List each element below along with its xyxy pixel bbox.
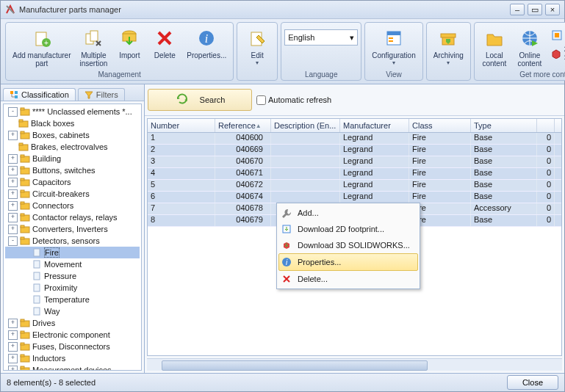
configuration-button[interactable]: Configuration▾ [368,25,419,69]
expand-toggle[interactable]: + [8,131,18,140]
automatic-refresh-checkbox[interactable]: Automatic refresh [256,95,331,105]
column-header[interactable]: Manufacturer [340,119,409,132]
ribbon-group-management: +Add manufacturer part Multiple insertio… [5,22,234,81]
edit-dropdown-button[interactable]: Edit▾ [240,25,274,69]
horizontal-scrollbar[interactable] [147,358,562,371]
2d-footprints-button[interactable]: 2D footprints [548,28,565,43]
local-content-button[interactable]: Local content [478,25,511,69]
properties-button[interactable]: iProperties... [183,25,230,69]
folder-icon [20,225,30,233]
tree-item[interactable]: +Contactor relays, relays [5,211,140,223]
tree-label: Fire [44,247,60,258]
tree-item[interactable]: +Measurement devices [5,364,140,371]
archiving-button[interactable]: Archiving▾ [430,25,467,69]
column-header[interactable]: Reference ▲ [215,119,271,132]
tree-item[interactable]: +Fuses, Disconnectors [5,341,140,352]
tree-item[interactable]: Proximity [5,282,140,294]
expand-toggle[interactable]: + [8,189,18,199]
tree-item[interactable]: +Drives [5,317,140,329]
tree-item[interactable]: -**** Unclassed elements *... [5,106,140,117]
tree-item[interactable]: +Electronic component [5,329,140,341]
column-header[interactable]: Type [471,119,537,132]
filter-icon [84,90,93,99]
minimize-button[interactable]: – [510,4,525,15]
tree-item[interactable]: -Detectors, sensors [5,235,140,247]
svg-rect-50 [34,296,40,303]
svg-rect-12 [389,37,393,39]
svg-rect-57 [21,343,24,345]
multiple-insertion-button[interactable]: Multiple insertion [76,25,112,69]
tree-item[interactable]: +Building [5,153,140,164]
tree-item[interactable]: +Buttons, switches [5,164,140,176]
ribbon-group-archiving: Archiving▾ [426,22,471,81]
svg-rect-49 [34,284,40,291]
column-header[interactable]: Class [409,119,471,132]
expand-toggle[interactable]: + [8,166,18,175]
table-row[interactable]: 6040674LegrandFireBase0 [148,192,561,203]
expand-toggle[interactable]: - [8,107,18,117]
tree-item[interactable]: Black boxes [5,117,140,129]
import-button[interactable]: Import [112,25,146,69]
tree-item[interactable]: +Capacitors [5,176,140,188]
expand-toggle[interactable]: + [8,213,18,222]
classification-tree[interactable]: -**** Unclassed elements *...Black boxes… [3,104,142,371]
tree-item[interactable]: +Converters, Inverters [5,223,140,235]
tree-item[interactable]: Temperature [5,294,140,305]
context-menu-item[interactable]: iProperties... [278,253,418,271]
online-content-button[interactable]: Online content [513,25,547,69]
expand-toggle[interactable]: + [8,225,18,234]
tree-item[interactable]: Movement [5,258,140,270]
svg-rect-43 [21,225,24,228]
tree-label: Fuses, Disconnectors [32,342,110,351]
tree-item[interactable]: Way [5,305,140,317]
tree-item[interactable]: +Connectors [5,200,140,211]
add-manufacturer-part-button[interactable]: +Add manufacturer part [9,25,75,69]
3d-solidworks-button[interactable]: 3D SOLIDWORKS [548,44,565,63]
expand-toggle[interactable]: + [8,201,18,211]
scrollbar-thumb[interactable] [162,360,428,371]
search-button[interactable]: Search [148,89,252,111]
close-button[interactable]: Close [507,375,558,390]
language-combo[interactable]: English▾ [284,29,358,46]
column-header[interactable] [537,119,555,132]
item-icon [32,283,42,292]
context-menu-item[interactable]: Download 3D SOLIDWORKS... [278,237,418,253]
tree-label: Pressure [44,272,76,280]
folder-icon [20,131,30,139]
expand-toggle[interactable]: - [8,236,18,246]
tree-label: Circuit-breakers [32,189,90,198]
table-row[interactable]: 1040600LegrandFireBase0 [148,133,561,145]
context-menu-item[interactable]: Add... [278,205,418,221]
folder-icon [20,154,30,163]
context-menu-item[interactable]: Download 2D footprint... [278,221,418,237]
expand-toggle[interactable]: + [8,330,18,340]
expand-toggle[interactable]: + [8,342,18,352]
expand-toggle[interactable]: + [8,178,18,187]
delete-button[interactable]: Delete [148,25,181,69]
column-header[interactable]: Number [148,119,215,132]
left-tabs: Classification Filters [1,84,144,101]
tab-classification[interactable]: Classification [3,88,76,101]
tree-item[interactable]: Brakes, electrovalves [5,141,140,153]
expand-toggle[interactable]: + [8,354,18,363]
tree-item[interactable]: Fire [5,247,140,258]
expand-toggle[interactable]: + [8,319,18,328]
grid-header[interactable]: NumberReference ▲Description (En...Manuf… [148,119,561,133]
table-row[interactable]: 5040672LegrandFireBase0 [148,180,561,192]
group-label-language: Language [284,69,358,79]
expand-toggle[interactable]: + [8,154,18,164]
tree-item[interactable]: +Circuit-breakers [5,188,140,200]
context-menu[interactable]: Add...Download 2D footprint...Download 3… [276,203,420,289]
tree-item[interactable]: +Inductors [5,352,140,364]
column-header[interactable]: Description (En... [271,119,340,132]
table-row[interactable]: 3040670LegrandFireBase0 [148,156,561,168]
maximize-button[interactable]: ▭ [528,4,542,15]
tab-filters[interactable]: Filters [78,88,125,101]
table-row[interactable]: 4040671LegrandFireBase0 [148,168,561,180]
tree-item[interactable]: +Boxes, cabinets [5,129,140,141]
table-row[interactable]: 2040669LegrandFireBase0 [148,145,561,156]
context-menu-item[interactable]: Delete... [278,271,418,287]
tree-item[interactable]: Pressure [5,270,140,282]
close-window-button[interactable]: × [545,4,560,15]
expand-toggle[interactable]: + [8,366,18,371]
